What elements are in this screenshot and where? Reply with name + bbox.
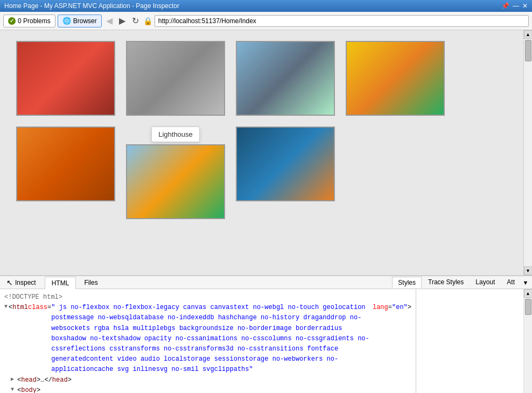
head-toggle[interactable]: ▶: [11, 375, 16, 384]
panel-tabs-left: ↖ Inspect HTML Files: [2, 276, 106, 289]
html-open-line: ▼ <html class=" js no-flexbox no-flexbox…: [4, 303, 411, 375]
address-icon: 🔒: [143, 17, 152, 25]
tulips-image: [347, 42, 444, 115]
problems-indicator[interactable]: ✓ 0 Problems: [3, 15, 55, 27]
problem-status-icon: ✓: [8, 17, 16, 25]
tab-html-label: HTML: [52, 279, 69, 287]
gallery-row-2: Lighthouse: [16, 127, 516, 219]
cursor-icon: ↖: [6, 278, 13, 287]
scroll-thumb[interactable]: [525, 40, 531, 61]
lighthouse-image: [127, 145, 224, 218]
image-penguins[interactable]: [236, 41, 335, 116]
desert-image: [17, 128, 114, 200]
lighthouse-container: Lighthouse: [126, 127, 225, 219]
refresh-button[interactable]: ↻: [130, 17, 141, 25]
address-bar[interactable]: [155, 15, 529, 27]
koala-image: [127, 42, 224, 115]
tab-files[interactable]: Files: [77, 276, 104, 289]
bottom-panel: ↖ Inspect HTML Files Styles Trace Styles…: [0, 275, 532, 393]
body-open-line: ▼ <body>: [4, 385, 411, 393]
tab-styles[interactable]: Styles: [392, 277, 422, 288]
title-bar-title: Home Page - My ASP.NET MVC Application -…: [4, 2, 179, 10]
panel-content-area: <!DOCTYPE html> ▼ <html class=" js no-fl…: [0, 289, 532, 393]
image-lighthouse[interactable]: [126, 144, 225, 219]
jellyfish-image: [237, 128, 334, 200]
inspect-label: Inspect: [15, 279, 36, 286]
scroll-down-arrow[interactable]: ▼: [524, 266, 533, 275]
scroll-up-arrow[interactable]: ▲: [524, 30, 533, 39]
panel-collapse-button[interactable]: ▼: [521, 277, 530, 288]
browser-scrollbar[interactable]: ▲ ▼: [523, 30, 532, 275]
tab-html[interactable]: HTML: [45, 277, 76, 289]
panel-tabs-right: Styles Trace Styles Layout Att ▼: [392, 277, 530, 288]
doctype-line: <!DOCTYPE html>: [4, 292, 411, 303]
image-tulips[interactable]: [346, 41, 445, 116]
title-bar-controls: 📌 — ✕: [501, 2, 528, 10]
title-bar: Home Page - My ASP.NET MVC Application -…: [0, 0, 532, 12]
styles-panel[interactable]: [416, 289, 523, 393]
image-desert[interactable]: [16, 127, 115, 201]
tab-att[interactable]: Att: [501, 277, 520, 288]
tab-trace-styles-label: Trace Styles: [428, 278, 464, 286]
head-line: ▶ <head>…</head>: [4, 375, 411, 385]
browser-button[interactable]: 🌐 Browser: [58, 15, 102, 27]
panel-scroll-up[interactable]: ▲: [524, 289, 533, 298]
tab-trace-styles[interactable]: Trace Styles: [423, 277, 469, 288]
panel-vertical-scrollbar[interactable]: ▲ ▼: [523, 289, 532, 393]
close-button[interactable]: ✕: [522, 2, 528, 10]
tab-layout[interactable]: Layout: [470, 277, 500, 288]
html-toggle[interactable]: ▼: [4, 303, 8, 311]
panel-scroll-thumb[interactable]: [525, 299, 531, 315]
inspect-button[interactable]: ↖ Inspect: [2, 277, 40, 288]
image-koala[interactable]: [126, 41, 225, 116]
body-toggle[interactable]: ▼: [11, 385, 16, 393]
problems-count: 0 Problems: [18, 17, 51, 25]
tab-att-label: Att: [507, 278, 515, 286]
doctype-text: <!DOCTYPE html>: [4, 292, 62, 303]
tab-files-label: Files: [84, 279, 97, 286]
image-gallery: Lighthouse: [0, 30, 532, 230]
browser-label: Browser: [73, 17, 97, 25]
pin-icon[interactable]: 📌: [501, 2, 509, 10]
tab-styles-label: Styles: [398, 279, 416, 286]
back-button[interactable]: ◀: [104, 17, 115, 25]
lighthouse-tooltip: Lighthouse: [151, 127, 200, 142]
flower-image: [17, 42, 114, 115]
image-flower[interactable]: [16, 41, 115, 116]
penguins-image: [237, 42, 334, 115]
browser-icon: 🌐: [62, 17, 71, 25]
tab-layout-label: Layout: [475, 278, 495, 286]
html-tree-panel[interactable]: <!DOCTYPE html> ▼ <html class=" js no-fl…: [0, 289, 416, 393]
gallery-row-1: [16, 41, 516, 116]
minimize-button[interactable]: —: [513, 2, 519, 10]
browser-area: Lighthouse ▲ ▼: [0, 30, 532, 275]
panel-tabs-bar: ↖ Inspect HTML Files Styles Trace Styles…: [0, 276, 532, 289]
toolbar: ✓ 0 Problems 🌐 Browser ◀ ▶ ↻ 🔒: [0, 12, 532, 30]
image-jellyfish[interactable]: [236, 127, 335, 201]
forward-button[interactable]: ▶: [117, 17, 128, 25]
